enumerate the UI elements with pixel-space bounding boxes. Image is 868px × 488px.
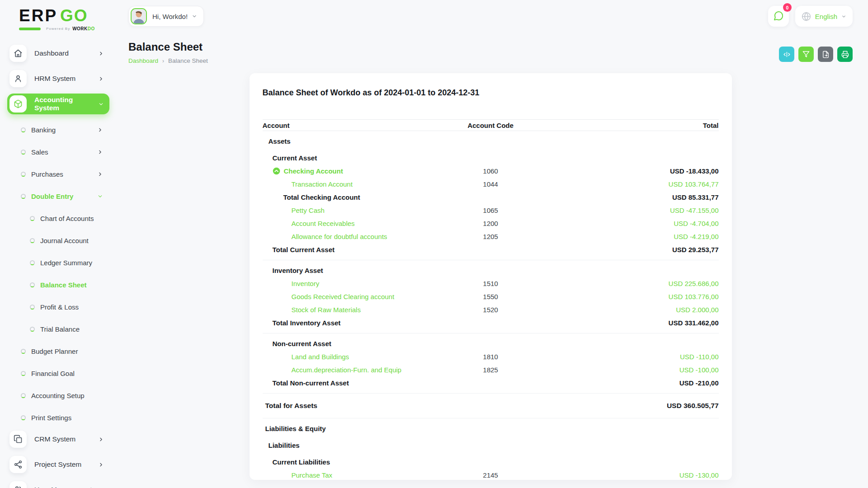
account-code: 1825 — [432, 366, 549, 374]
sidebar-item-label: Chart of Accounts — [40, 215, 94, 222]
crm-system-icon — [9, 431, 27, 448]
sidebar-item-label: Dashboard — [34, 49, 69, 57]
sidebar-item-hrm-system[interactable]: HRM System — [7, 68, 109, 89]
app-layout: ERP GO Powered By WORKDO DashboardHRM Sy… — [0, 0, 868, 488]
table-row-liabilities-equity: Liabilities & Equity — [263, 422, 719, 435]
chevron-right-icon — [98, 462, 104, 468]
chevron-down-icon — [97, 193, 103, 199]
column-header-account-code: Account Code — [432, 122, 549, 129]
account-label[interactable]: Accum.depreciation-Furn. and Equip — [263, 366, 432, 374]
sidebar-item-project-system[interactable]: Project System — [7, 454, 109, 475]
brand-logo[interactable]: ERP GO Powered By WORKDO — [0, 6, 118, 31]
print-button[interactable] — [837, 47, 853, 62]
table-row-goods-received-clearing-account: Goods Received Clearing account1550USD 1… — [263, 290, 719, 303]
table-header-row: Account Account Code Total — [263, 119, 719, 131]
sidebar-item-purchases[interactable]: Purchases — [0, 163, 118, 185]
greeting-label: Hi, Workdo! — [152, 13, 188, 20]
breadcrumb-dashboard-link[interactable]: Dashboard — [128, 57, 158, 64]
account-total: USD -4.219,00 — [549, 233, 719, 240]
bullet-icon — [30, 238, 35, 243]
account-label[interactable]: Stock of Raw Materials — [263, 306, 432, 314]
account-label: Assets — [263, 137, 432, 145]
account-label[interactable]: Petty Cash — [263, 206, 432, 214]
account-label: Current Asset — [263, 154, 432, 162]
account-label[interactable]: Allowance for doubtful accounts — [263, 233, 432, 240]
breadcrumb-separator-icon: › — [162, 58, 164, 64]
sidebar-item-chart-of-accounts[interactable]: Chart of Accounts — [0, 207, 118, 230]
bullet-icon — [21, 371, 26, 376]
account-total: USD -4.704,00 — [549, 220, 719, 227]
filter-button[interactable] — [798, 47, 814, 62]
brand-go-text: GO — [60, 6, 88, 25]
account-code: 2145 — [432, 471, 549, 479]
sidebar-item-trial-balance[interactable]: Trial Balance — [0, 318, 118, 340]
table-row-current-liabilities: Current Liabilities — [263, 455, 719, 469]
sidebar-item-label: Budget Planner — [31, 347, 78, 355]
account-label: Inventory Asset — [263, 267, 432, 274]
messages-button[interactable]: 0 — [768, 6, 789, 27]
bullet-icon — [30, 305, 35, 310]
language-label: English — [815, 13, 837, 20]
account-code: 1205 — [432, 233, 549, 240]
account-label[interactable]: Inventory — [263, 280, 432, 287]
account-label[interactable]: Purchase Tax — [263, 471, 432, 479]
bullet-icon — [30, 282, 35, 287]
bullet-icon — [30, 327, 35, 332]
table-row-transaction-account: Transaction Account1044USD 103.764,77 — [263, 178, 719, 191]
sidebar-item-label: Accounting System — [34, 96, 98, 112]
sidebar-item-ledger-summary[interactable]: Ledger Summary — [0, 252, 118, 274]
bullet-icon — [21, 194, 26, 199]
sidebar-item-label: Trial Balance — [40, 325, 80, 333]
sidebar-item-label: Purchases — [31, 170, 63, 178]
section-divider — [263, 333, 719, 333]
avatar — [131, 8, 147, 24]
table-row-total-current-asset: Total Current AssetUSD 29.253,77 — [263, 243, 719, 256]
table-row-account-receivables: Account Receivables1200USD -4.704,00 — [263, 217, 719, 230]
account-total: USD -100,00 — [549, 366, 719, 374]
page-toolbar — [779, 47, 853, 62]
bullet-icon — [30, 216, 35, 221]
chat-icon — [773, 11, 784, 22]
sidebar-item-dashboard[interactable]: Dashboard — [7, 43, 109, 64]
account-total: USD 2.000,00 — [549, 306, 719, 314]
topbar-right-controls: 0 English — [768, 6, 853, 27]
account-label[interactable]: Checking Account — [263, 167, 432, 175]
sidebar-item-financial-goal[interactable]: Financial Goal — [0, 362, 118, 385]
sidebar-item-journal-account[interactable]: Journal Account — [0, 230, 118, 252]
user-menu-button[interactable]: Hi, Workdo! — [128, 6, 204, 27]
sidebar-item-banking[interactable]: Banking — [0, 119, 118, 141]
sidebar-item-label: Accounting Setup — [31, 392, 85, 399]
table-row-purchase-tax: Purchase Tax2145USD -130,00 — [263, 469, 719, 482]
sidebar-item-accounting-system[interactable]: Accounting System — [7, 94, 109, 114]
sidebar-item-print-settings[interactable]: Print Settings — [0, 407, 118, 429]
powered-by-label: Powered By — [46, 27, 70, 31]
table-row-assets: Assets — [263, 135, 719, 148]
account-label[interactable]: Goods Received Clearing account — [263, 293, 432, 300]
report-title: Balance Sheet of Workdo as of 2024-01-01… — [263, 88, 719, 98]
account-label[interactable]: Account Receivables — [263, 220, 432, 227]
account-label: Total Current Asset — [263, 246, 432, 253]
account-label: Liabilities — [263, 441, 432, 449]
sidebar-item-user-management[interactable]: User Management — [7, 479, 109, 488]
column-header-account: Account — [263, 122, 432, 129]
account-code: 1060 — [432, 167, 549, 175]
sidebar-item-sales[interactable]: Sales — [0, 141, 118, 163]
sidebar-item-budget-planner[interactable]: Budget Planner — [0, 340, 118, 362]
sidebar-item-crm-system[interactable]: CRM System — [7, 429, 109, 450]
language-selector[interactable]: English — [795, 6, 853, 27]
sidebar-item-accounting-setup[interactable]: Accounting Setup — [0, 385, 118, 407]
page-title-block: Balance Sheet Dashboard › Balance Sheet — [128, 41, 208, 64]
sidebar-item-double-entry[interactable]: Double Entry — [0, 185, 118, 207]
globe-icon — [802, 12, 811, 21]
sidebar: ERP GO Powered By WORKDO DashboardHRM Sy… — [0, 0, 118, 488]
sidebar-item-profit-loss[interactable]: Profit & Loss — [0, 296, 118, 318]
code-compare-icon — [783, 51, 791, 58]
file-export-button[interactable] — [818, 47, 833, 62]
powered-by-brand: WORKDO — [72, 26, 95, 31]
page-title: Balance Sheet — [128, 41, 208, 53]
sidebar-item-label: Sales — [31, 148, 48, 156]
sidebar-item-balance-sheet[interactable]: Balance Sheet — [0, 274, 118, 296]
account-label[interactable]: Transaction Account — [263, 180, 432, 188]
account-label[interactable]: Land and Buildings — [263, 353, 432, 361]
code-compare-button[interactable] — [779, 47, 794, 62]
